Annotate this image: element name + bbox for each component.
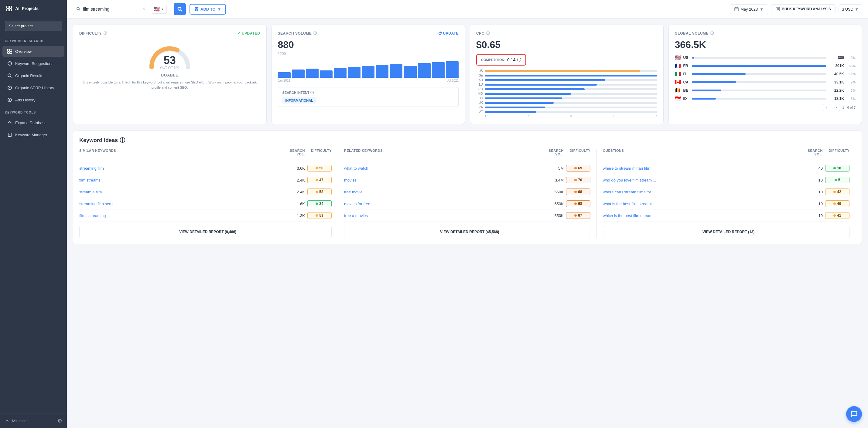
competition-value: 0.14 <box>507 57 516 62</box>
questions-col-diff: DIFFICULTY <box>825 149 849 156</box>
bar-4 <box>320 70 333 78</box>
chat-button[interactable] <box>846 406 862 422</box>
table-row: where to stream minari film 40 18 <box>603 162 849 174</box>
keyword-link[interactable]: what to watch <box>344 166 537 171</box>
related-view-report-button[interactable]: → VIEW DETAILED REPORT (45,568) <box>344 226 590 238</box>
chart-label-start: Jan 2022 <box>278 79 290 82</box>
difficulty-badge: 69 <box>566 165 590 171</box>
update-button[interactable]: Update <box>438 31 459 35</box>
search-icon <box>76 7 81 12</box>
similar-view-report-button[interactable]: → VIEW DETAILED REPORT (8,466) <box>79 226 332 238</box>
country-row-be: 🇧🇪 BE 22.2K 6% <box>675 88 856 93</box>
bar-10 <box>404 66 416 78</box>
svg-point-8 <box>8 62 11 65</box>
keyword-ideas-info-icon[interactable]: ⓘ <box>120 137 125 144</box>
keyword-ideas-section: Keyword ideas ⓘ SIMILAR KEYWORDS SEARCH … <box>73 130 862 244</box>
metrics-cards: DIFFICULTY ⓘ ✓ Updated 53 <box>73 25 862 124</box>
keyword-link[interactable]: what is the best film streami... <box>603 202 796 206</box>
keyword-link[interactable]: free a movies <box>344 213 537 218</box>
bulk-keyword-button[interactable]: BULK KEYWORD ANALYSIS <box>771 4 836 14</box>
bar-5 <box>334 68 346 78</box>
cpc-info-icon[interactable]: ⓘ <box>486 31 490 35</box>
sidebar-item-ads-history-label: Ads History <box>15 98 35 102</box>
intent-info-icon[interactable]: ⓘ <box>310 91 314 94</box>
all-projects-link[interactable]: All Projects <box>0 0 67 17</box>
difficulty-badge: 18 <box>825 165 849 171</box>
keyword-link[interactable]: films streaming <box>79 213 278 218</box>
keyword-link[interactable]: streaming film <box>79 166 278 171</box>
related-col-title: RELATED KEYWORDS <box>344 149 537 156</box>
keyword-link[interactable]: who do you love film streami... <box>603 178 796 183</box>
next-page-button[interactable]: › <box>833 104 840 111</box>
bar-1 <box>278 72 291 78</box>
svg-rect-27 <box>197 8 198 9</box>
keyword-link[interactable]: free movie <box>344 190 537 194</box>
country-bars-chart: US SE AU LU RO NO IS UK ZA AT 12345 <box>476 69 657 118</box>
svg-rect-26 <box>195 8 196 9</box>
global-volume-info-icon[interactable]: ⓘ <box>710 31 714 35</box>
sidebar-item-overview[interactable]: Overview <box>2 46 64 57</box>
questions-view-report-button[interactable]: → VIEW DETAILED REPORT (13) <box>603 226 849 238</box>
keyword-link[interactable]: stream a film <box>79 190 278 194</box>
competition-box: COMPETITION: 0.14 ⓘ <box>476 54 526 66</box>
svg-rect-1 <box>9 6 11 8</box>
difficulty-badge: 41 <box>825 212 849 219</box>
country-row-it: 🇮🇹 IT 40.5K 11% <box>675 71 856 77</box>
keyword-link[interactable]: movies <box>344 178 537 183</box>
add-to-button[interactable]: ADD TO ▼ <box>189 4 226 14</box>
svg-point-24 <box>178 7 181 10</box>
keyword-link[interactable]: which is the best film stream... <box>603 213 796 218</box>
sidebar-item-expand-database[interactable]: Expand Database <box>2 117 64 128</box>
page-content: DIFFICULTY ⓘ ✓ Updated 53 <box>67 19 868 428</box>
keyword-link[interactable]: movies for free <box>344 202 537 206</box>
sidebar-item-keyword-manager[interactable]: Keyword Manager <box>2 129 64 140</box>
check-icon: ✓ <box>237 31 241 35</box>
date-label: May 2023 <box>740 7 758 11</box>
date-selector[interactable]: May 2023 ▼ <box>730 4 768 14</box>
clear-search-button[interactable]: × <box>142 6 145 12</box>
search-input[interactable] <box>83 7 140 11</box>
currency-chevron-icon: ▼ <box>855 7 859 11</box>
search-intent-header: SEARCH INTENT ⓘ <box>282 91 454 95</box>
table-row: free movie 550K 68 <box>344 186 590 198</box>
bar-2 <box>292 69 305 78</box>
sidebar-item-keyword-suggestions-label: Keyword Suggestions <box>15 61 54 66</box>
difficulty-badge: 53 <box>307 212 332 219</box>
cpc-title: CPC <box>476 31 485 35</box>
sidebar-item-keyword-suggestions[interactable]: Keyword Suggestions <box>2 58 64 69</box>
project-selector[interactable]: Select project <box>0 17 67 35</box>
bar-11 <box>418 63 431 78</box>
bar-7 <box>362 66 374 78</box>
ideas-grid: SIMILAR KEYWORDS SEARCH VOL. DIFFICULTY … <box>79 149 856 238</box>
search-volume-card: SEARCH VOLUME ⓘ Update 880 1200 <box>272 25 465 124</box>
project-select[interactable]: Select project <box>5 21 62 31</box>
sidebar-item-organic-serp-history[interactable]: Organic SERP History <box>2 82 64 93</box>
svg-rect-6 <box>8 52 9 54</box>
difficulty-info-icon[interactable]: ⓘ <box>103 31 107 35</box>
svg-point-22 <box>77 7 79 10</box>
competition-info-icon[interactable]: ⓘ <box>517 57 521 63</box>
similar-col-vol: SEARCH VOL. <box>281 149 305 156</box>
prev-page-button[interactable]: ‹ <box>823 104 830 111</box>
cpc-value: $0.65 <box>476 39 657 51</box>
search-flag-selector[interactable]: 🇺🇸 ▼ <box>151 5 167 14</box>
search-button[interactable] <box>174 3 186 15</box>
search-volume-info-icon[interactable]: ⓘ <box>313 31 317 35</box>
keyword-link[interactable]: streaming film semi <box>79 202 278 206</box>
difficulty-out-of: OUT OF 100 <box>160 66 179 69</box>
search-box[interactable]: × | 🇺🇸 ▼ <box>73 3 170 15</box>
currency-selector[interactable]: $ USD ▼ <box>839 4 862 14</box>
keyword-link[interactable]: where can i stream films for ... <box>603 190 796 194</box>
keyword-link[interactable]: where to stream minari film <box>603 166 796 171</box>
similar-report-label: → VIEW DETAILED REPORT (8,466) <box>175 230 236 234</box>
table-row: streaming film 3.6K 50 <box>79 162 332 174</box>
keyword-link[interactable]: film streams <box>79 178 278 183</box>
header-right: May 2023 ▼ BULK KEYWORD ANALYSIS $ USD ▼ <box>730 4 862 14</box>
difficulty-label: DOABLE <box>161 73 178 77</box>
sidebar-item-organic-results[interactable]: Organic Results <box>2 70 64 81</box>
sidebar-item-ads-history[interactable]: Ads History <box>2 94 64 105</box>
minimize-button[interactable]: Minimize <box>0 413 67 428</box>
minimize-label: Minimize <box>12 419 28 423</box>
sidebar-item-overview-label: Overview <box>15 49 32 54</box>
svg-line-11 <box>11 76 12 78</box>
